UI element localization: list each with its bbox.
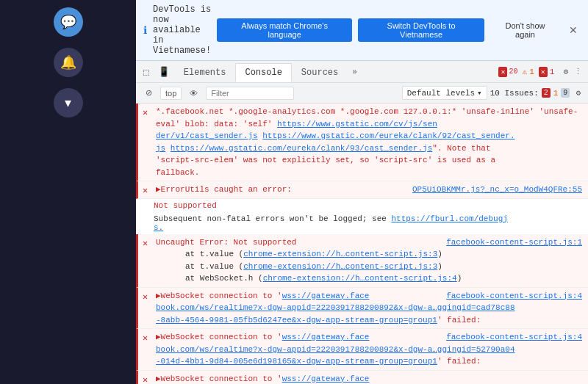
tab-sources-label: Sources	[301, 68, 338, 78]
error-badge: ✕ 20	[498, 67, 517, 77]
filter-top-button[interactable]: top	[160, 87, 182, 100]
trace-link-1[interactable]: chrome-extension://h…content-script.js:3	[243, 250, 437, 258]
issues-error-count: 2	[542, 88, 551, 98]
subsequent-link[interactable]: https://fburl.com/debugj	[391, 214, 507, 223]
tab-bar: ⬚ 📱 Elements Console Sources » ✕ 20 ⚠ 1 …	[136, 61, 588, 83]
ws2-link-2[interactable]: book.com/ws/realtime?x-dgw-appid=2220391…	[156, 345, 514, 354]
console-entry-ws3: ✕ ▶WebSocket connection to 'wss://gatewa…	[136, 371, 588, 385]
default-levels-dropdown[interactable]: Default levels ▾	[402, 86, 487, 100]
info-count-badge: ✕ 1	[539, 67, 555, 77]
messenger-icon: 💬	[60, 14, 76, 30]
ws1-continuation: book.com/ws/realtime?x-dgw-appid=2220391…	[156, 303, 514, 325]
subsequent-link-2[interactable]: s.	[154, 223, 163, 232]
issues-info-count: 9	[561, 88, 570, 98]
more-tabs-button[interactable]: »	[348, 65, 362, 79]
info-message: DevTools is now available in Vietnamese!	[153, 4, 211, 56]
filter-circle-icon[interactable]: ⊘	[140, 86, 157, 100]
uncaught-trace-3: at WebSocket.h (chrome-extension://h…con…	[156, 272, 582, 285]
uncaught-trace-1: at t.value (chrome-extension://h…content…	[156, 248, 582, 261]
error-x-icon: ✕	[498, 67, 507, 77]
error-utils-label: ▶ErrorUtils caught an error:	[156, 185, 292, 194]
console-entry-ws1: ✕ ▶WebSocket connection to 'wss://gatewa…	[136, 288, 588, 330]
device-icon[interactable]: 📱	[154, 63, 174, 81]
csp-link-4[interactable]: js	[156, 144, 165, 153]
csp-link-1[interactable]: https://www.gstatic.com/cv/js/sen	[277, 120, 437, 128]
tab-console[interactable]: Console	[235, 63, 291, 82]
chevron-down-icon: ▾	[65, 95, 71, 111]
issues-label: 10 Issues:	[490, 89, 539, 98]
error-icon-1: ✕	[143, 106, 148, 120]
ws3-link-1[interactable]: wss://gateway.face	[282, 374, 370, 383]
trace-link-3[interactable]: chrome-extension://h…content-script.js:4	[263, 274, 457, 283]
trace-link-2[interactable]: chrome-extension://h…content-script.js:3	[243, 262, 437, 271]
tab-sources[interactable]: Sources	[292, 63, 348, 82]
default-levels-label: Default levels	[407, 89, 475, 98]
console-text-csp: *.facebook.net *.google-analytics.com *.…	[156, 107, 578, 177]
devtools-panel: ℹ DevTools is now available in Vietnames…	[136, 0, 588, 384]
ws1-link-2[interactable]: book.com/ws/realtime?x-dgw-appid=2220391…	[156, 303, 514, 312]
more-options-icon[interactable]: ⋮	[571, 64, 585, 79]
console-settings-icon[interactable]: ⚙	[573, 85, 584, 101]
csp-link-2[interactable]: der/v1/cast_sender.js	[156, 131, 258, 140]
console-entry-ws2: ✕ ▶WebSocket connection to 'wss://gatewa…	[136, 329, 588, 371]
tab-console-label: Console	[245, 68, 282, 78]
error-count: 20	[509, 68, 517, 76]
warning-icon: ⚠	[523, 67, 528, 76]
console-content: ✕ *.facebook.net *.google-analytics.com …	[136, 104, 588, 384]
ws2-continuation: book.com/ws/realtime?x-dgw-appid=2220391…	[156, 345, 514, 366]
not-supported-text: Not supported	[154, 201, 217, 210]
info-bar: ℹ DevTools is now available in Vietnames…	[136, 0, 588, 61]
issues-badge: 10 Issues: 2 1 9	[490, 88, 570, 98]
ws3-label: ▶WebSocket connection to 'wss://gateway.…	[156, 374, 369, 383]
ws1-link-1[interactable]: wss://gateway.face	[282, 291, 370, 300]
console-entry-csp: ✕ *.facebook.net *.google-analytics.com …	[136, 104, 588, 181]
avatar[interactable]: 💬	[54, 7, 83, 37]
csp-link-3[interactable]: https://www.gstatic.com/eureka/clank/92/…	[262, 131, 514, 140]
tab-elements[interactable]: Elements	[174, 63, 236, 82]
error-icon-3: ✕	[143, 237, 148, 250]
error-icon-4: ✕	[143, 291, 148, 304]
close-button[interactable]: ✕	[566, 24, 581, 36]
error-utils-link[interactable]: OP5UiOBKMMr.js?_nc_x=o_ModW4QFRe:55	[412, 184, 582, 196]
info-count: 1	[550, 68, 555, 76]
error-icon-6: ✕	[143, 374, 148, 385]
info-icon: ℹ	[143, 24, 147, 37]
uncaught-label: Uncaught Error: Not supported	[156, 238, 296, 247]
ws1-link-3[interactable]: -8abb-4564-9981-05fb5d6247ee&x-dgw-app-s…	[156, 316, 437, 325]
tab-badges: ✕ 20 ⚠ 1 ✕ 1	[498, 67, 554, 77]
uncaught-trace-2: at t.value (chrome-extension://h…content…	[156, 261, 582, 273]
default-levels-chevron: ▾	[477, 88, 482, 98]
ws2-link-3[interactable]: -014d-4bb1-9d84-005e6d198165&x-dgw-app-s…	[156, 357, 437, 366]
bell-icon: 🔔	[60, 54, 76, 70]
info-x-icon: ✕	[539, 67, 548, 77]
console-entry-errorutils: ✕ ▶ErrorUtils caught an error: OP5UiOBKM…	[136, 181, 588, 199]
subsequent-text: Subsequent non-fatal errors won't be log…	[154, 214, 508, 232]
error-icon-5: ✕	[143, 332, 148, 345]
bell-button[interactable]: 🔔	[54, 48, 83, 77]
console-entry-uncaught: ✕ Uncaught Error: Not supported facebook…	[136, 234, 588, 288]
filter-eye-button[interactable]: 👁	[184, 87, 203, 100]
uncaught-link[interactable]: facebook-content-script.js:1	[446, 236, 582, 249]
dont-show-button[interactable]: Don't show again	[490, 18, 560, 42]
ws2-label: ▶WebSocket connection to 'wss://gateway.…	[156, 333, 369, 341]
filter-input[interactable]	[206, 87, 294, 100]
ws2-file-link[interactable]: facebook-content-script.js:4	[446, 331, 582, 344]
console-entry-not-supported: Not supported	[136, 199, 588, 212]
warning-badge: ⚠ 1	[523, 67, 534, 76]
ws2-link-1[interactable]: wss://gateway.face	[282, 333, 370, 341]
inspect-icon[interactable]: ⬚	[139, 63, 154, 81]
switch-devtools-button[interactable]: Switch DevTools to Vietnamese	[358, 18, 484, 42]
console-entry-subsequent: Subsequent non-fatal errors won't be log…	[136, 212, 588, 234]
error-icon-2: ✕	[143, 184, 148, 198]
match-language-button[interactable]: Always match Chrome's language	[217, 18, 352, 42]
dropdown-button[interactable]: ▾	[54, 88, 83, 117]
issues-warning-count: 1	[553, 89, 559, 98]
csp-link-5[interactable]: https://www.gstatic.com/eureka/clank/93/…	[171, 144, 432, 153]
tab-elements-label: Elements	[184, 68, 226, 78]
ws1-label: ▶WebSocket connection to 'wss://gateway.…	[156, 291, 369, 300]
settings-icon[interactable]: ⚙	[560, 64, 571, 79]
sidebar: 💬 🔔 ▾	[0, 0, 136, 384]
ws1-file-link[interactable]: facebook-content-script.js:4	[446, 290, 582, 303]
warning-count: 1	[529, 68, 534, 76]
filter-bar: ⊘ top 👁 Default levels ▾ 10 Issues: 2 1 …	[136, 83, 588, 104]
